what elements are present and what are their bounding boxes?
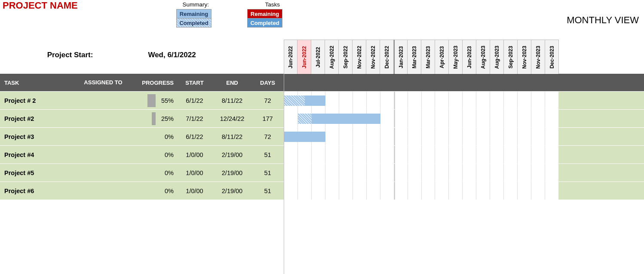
- table-row: Project #30%6/1/228/11/2272: [0, 127, 644, 145]
- cell-end[interactable]: 8/11/22: [213, 97, 251, 104]
- cell-progress[interactable]: 0%: [131, 133, 176, 140]
- project-title: PROJECT NAME: [3, 0, 78, 11]
- cell-days[interactable]: 51: [251, 169, 284, 176]
- progress-text: 25%: [161, 115, 174, 122]
- legend-summary-completed: Completed: [176, 18, 212, 28]
- table-row: Project # 255%6/1/228/11/2272: [0, 91, 644, 109]
- month-header-cell: Jan-2023: [394, 40, 408, 74]
- legend-summary-remaining: Remaining: [176, 9, 212, 18]
- table-row: Project #40%1/0/002/19/0051: [0, 145, 644, 163]
- gantt-row: [284, 128, 559, 145]
- month-header-cell: Sep-2023: [504, 40, 518, 74]
- month-header-cell: Nov-2022: [353, 40, 366, 74]
- cell-end[interactable]: 2/19/00: [213, 188, 251, 194]
- month-header-cell: May-2023: [449, 40, 463, 74]
- cell-progress[interactable]: 25%: [131, 115, 176, 122]
- cell-progress[interactable]: 0%: [131, 169, 176, 176]
- col-header-end: END: [213, 80, 251, 86]
- cell-progress[interactable]: 0%: [131, 151, 176, 158]
- month-header-cell: Dec-2023: [545, 40, 559, 74]
- progress-bar-fill: [147, 94, 156, 107]
- cell-task[interactable]: Project #4: [0, 151, 75, 158]
- legend-tasks-remaining: Remaining: [247, 9, 282, 18]
- col-header-start: START: [176, 80, 213, 86]
- cell-progress[interactable]: 55%: [131, 97, 176, 104]
- legend-summary: Summary: Remaining Completed: [176, 0, 212, 28]
- header-area: PROJECT NAME Summary: Remaining Complete…: [0, 0, 644, 74]
- cell-days[interactable]: 72: [251, 97, 284, 104]
- cell-end[interactable]: 12/24/22: [213, 115, 251, 122]
- legend-tasks: Tasks Remaining Completed: [247, 0, 282, 28]
- table-row: Project #225%7/1/2212/24/22177: [0, 109, 644, 127]
- cell-progress[interactable]: 0%: [131, 188, 176, 194]
- progress-text: 55%: [161, 97, 174, 104]
- cell-start[interactable]: 1/0/00: [176, 188, 213, 194]
- table-row: Project #50%1/0/002/19/0051: [0, 163, 644, 182]
- cell-start[interactable]: 1/0/00: [176, 169, 213, 176]
- legend-tasks-completed: Completed: [247, 18, 282, 28]
- month-header-cell: Dec-2022: [380, 40, 394, 74]
- gantt-bar-completed: [298, 114, 312, 124]
- progress-text: 0%: [165, 133, 174, 140]
- gantt-row: [284, 146, 559, 163]
- month-header-cell: Jul-2022: [311, 40, 325, 74]
- gantt-row: [284, 92, 559, 109]
- cell-task[interactable]: Project #2: [0, 115, 75, 122]
- legend-summary-label: Summary:: [176, 0, 212, 9]
- gantt-bar-remaining: [284, 132, 325, 142]
- column-header-row: TASK ASSIGNED TO PROGRESS START END DAYS: [0, 74, 644, 91]
- task-grid: TASK ASSIGNED TO PROGRESS START END DAYS…: [0, 74, 644, 200]
- gantt-bar-remaining: [305, 95, 325, 106]
- project-start-label: Project Start:: [23, 51, 117, 59]
- month-header-cell: Nov-2023: [531, 40, 545, 74]
- month-header-cell: Jun-2023: [463, 40, 476, 74]
- month-header-cell: Mar-2023: [408, 40, 421, 74]
- project-start-value: Wed, 6/1/2022: [133, 51, 211, 59]
- cell-task[interactable]: Project # 2: [0, 97, 75, 104]
- month-header-cell: Mar-2023: [421, 40, 435, 74]
- legend-tasks-label: Tasks: [247, 0, 282, 9]
- cell-start[interactable]: 6/1/22: [176, 133, 213, 140]
- month-header-cell: Aug-2023: [490, 40, 504, 74]
- gantt-bar-completed: [284, 95, 305, 106]
- month-header-cell: Jun-2022: [284, 40, 297, 74]
- col-header-progress: PROGRESS: [131, 80, 176, 86]
- cell-task[interactable]: Project #3: [0, 133, 75, 140]
- view-mode-label: MONTHLY VIEW: [567, 15, 639, 26]
- col-header-days: DAYS: [251, 80, 284, 86]
- progress-text: 0%: [165, 188, 174, 194]
- progress-text: 0%: [165, 169, 174, 176]
- month-header-cell: Aug-2022: [325, 40, 339, 74]
- month-header-cell: Apr-2023: [435, 40, 449, 74]
- cell-days[interactable]: 51: [251, 151, 284, 158]
- progress-text: 0%: [165, 151, 174, 158]
- col-header-assigned: ASSIGNED TO: [75, 80, 131, 86]
- month-header-cell: Nov-2023: [518, 40, 531, 74]
- cell-days[interactable]: 72: [251, 133, 284, 140]
- gantt-bar-remaining: [312, 114, 380, 124]
- cell-start[interactable]: 6/1/22: [176, 97, 213, 104]
- cell-days[interactable]: 51: [251, 188, 284, 194]
- cell-end[interactable]: 2/19/00: [213, 151, 251, 158]
- progress-bar-fill: [152, 112, 156, 125]
- gantt-row: [284, 182, 559, 200]
- cell-start[interactable]: 7/1/22: [176, 115, 213, 122]
- month-header-cell: Nov-2022: [366, 40, 380, 74]
- cell-days[interactable]: 177: [251, 115, 284, 122]
- month-header-cell: Aug-2023: [476, 40, 490, 74]
- month-header-cell: Sep-2022: [339, 40, 353, 74]
- table-row: Project #60%1/0/002/19/0051: [0, 182, 644, 200]
- cell-task[interactable]: Project #5: [0, 169, 75, 176]
- col-header-task: TASK: [0, 80, 75, 86]
- gantt-row: [284, 164, 559, 182]
- cell-task[interactable]: Project #6: [0, 188, 75, 194]
- cell-end[interactable]: 8/11/22: [213, 133, 251, 140]
- cell-end[interactable]: 2/19/00: [213, 169, 251, 176]
- gantt-row: [284, 110, 559, 127]
- vertical-divider: [284, 74, 284, 274]
- cell-start[interactable]: 1/0/00: [176, 151, 213, 158]
- month-header-cell: Jun-2022: [297, 40, 311, 74]
